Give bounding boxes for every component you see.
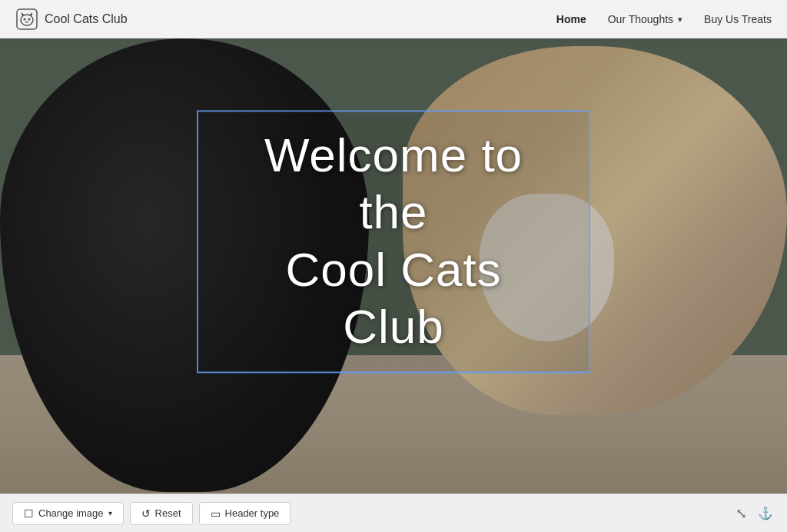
reset-button[interactable]: ↺ Reset (130, 502, 193, 525)
svg-point-2 (24, 18, 26, 21)
navbar: Cool Cats Club Home Our Thoughts Buy Us … (0, 0, 787, 38)
change-image-button[interactable]: ☐ Change image ▾ (12, 502, 124, 525)
brand-title: Cool Cats Club (45, 12, 128, 26)
chevron-down-icon: ▾ (108, 509, 112, 517)
cat-icon (15, 8, 38, 31)
expand-icon[interactable]: ⤡ (732, 504, 750, 523)
svg-rect-0 (17, 9, 37, 29)
nav-buy-treats[interactable]: Buy Us Treats (704, 13, 772, 25)
hero-title: Welcome to the Cool Cats Club (229, 127, 558, 356)
hero-title-line2: Cool Cats Club (285, 243, 501, 353)
brand[interactable]: Cool Cats Club (15, 8, 128, 31)
header-type-button[interactable]: ▭ Header type (199, 502, 291, 525)
reset-icon: ↺ (141, 507, 151, 520)
nav-links: Home Our Thoughts Buy Us Treats (556, 13, 772, 25)
hero-text-box: Welcome to the Cool Cats Club (197, 110, 590, 373)
header-type-label: Header type (225, 507, 280, 519)
nav-home[interactable]: Home (556, 13, 586, 25)
anchor-icon[interactable]: ⚓ (756, 504, 775, 523)
change-image-icon: ☐ (24, 507, 34, 520)
svg-point-1 (21, 15, 33, 25)
header-type-icon: ▭ (211, 507, 221, 520)
svg-point-3 (28, 18, 31, 21)
hero-section: Welcome to the Cool Cats Club (0, 0, 787, 494)
bottom-toolbar: ☐ Change image ▾ ↺ Reset ▭ Header type ⤡… (0, 494, 787, 532)
change-image-label: Change image (38, 507, 104, 519)
hero-title-line1: Welcome to the (264, 128, 523, 238)
reset-label: Reset (155, 507, 181, 519)
nav-our-thoughts[interactable]: Our Thoughts (608, 13, 682, 25)
